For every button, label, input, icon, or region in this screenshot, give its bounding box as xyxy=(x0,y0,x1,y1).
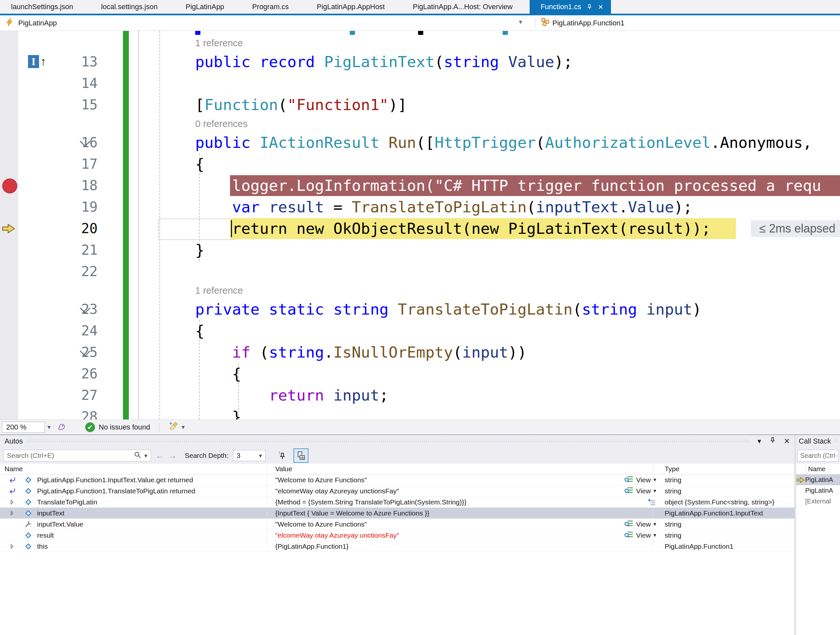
view-label[interactable]: View xyxy=(636,476,651,484)
variable-value[interactable]: "Welcome to Azure Functions" xyxy=(275,520,367,528)
code-line-24[interactable]: 24{ xyxy=(0,320,840,342)
search-icon[interactable] xyxy=(134,451,142,461)
call-stack-frame[interactable]: PigLatinA xyxy=(796,475,840,485)
panel-drag-texture[interactable] xyxy=(27,439,750,443)
call-stack-search-input[interactable]: Search (Ctrl- xyxy=(797,450,839,461)
pin-icon[interactable] xyxy=(769,437,776,446)
autos-row-piglatinapp-function1-translatetopiglatin-returned[interactable]: PigLatinApp.Function1.TranslateToPigLati… xyxy=(0,486,794,497)
autos-row-translatetopiglatin[interactable]: TranslateToPigLatin{Method = {System.Str… xyxy=(0,497,794,508)
pin-values-icon[interactable]: T xyxy=(275,449,289,462)
call-stack-frame[interactable]: PigLatinA xyxy=(796,485,840,496)
tab-pin-icon[interactable] xyxy=(586,3,593,10)
autos-title-bar[interactable]: Autos ▾ ✕ xyxy=(0,435,794,447)
view-dropdown-icon[interactable]: ▾ xyxy=(653,532,656,538)
tab-piglatinapp-a-host-overview[interactable]: PigLatinApp.A...Host: Overview xyxy=(402,0,524,14)
code-line-16[interactable]: 16public IActionResult Run([HttpTrigger(… xyxy=(0,132,840,154)
variable-value[interactable]: "elcomeWay otay Azureyay unctionsFay" xyxy=(275,487,399,495)
zoom-level-input[interactable]: 200 % xyxy=(2,422,45,433)
search-depth-select[interactable]: 3▾ xyxy=(233,450,265,461)
code-line-28[interactable]: 28 } xyxy=(0,406,840,420)
add-to-watch-icon[interactable] xyxy=(648,498,661,506)
column-header-name[interactable]: Name xyxy=(0,465,271,473)
code-line-20[interactable]: 20 return new OkObjectResult(new PigLati… xyxy=(0,218,840,239)
search-next-icon[interactable]: → xyxy=(169,451,177,461)
view-value-link[interactable]: View▾ xyxy=(624,530,661,540)
variable-value[interactable]: {InputText { Value = Welcome to Azure Fu… xyxy=(275,509,429,517)
view-label[interactable]: View xyxy=(636,531,651,539)
window-position-icon[interactable]: ▾ xyxy=(758,437,761,445)
codelens-text[interactable]: 0 references xyxy=(195,116,248,132)
codelens-text[interactable]: 1 reference xyxy=(195,35,243,51)
tab-close-icon[interactable]: × xyxy=(598,3,603,11)
zoom-dropdown-icon[interactable]: ▾ xyxy=(47,423,51,431)
codelens-references[interactable]: 1 reference xyxy=(0,35,840,51)
tab-launchsettings-json[interactable]: launchSettings.json xyxy=(0,0,84,14)
code-editor[interactable]: 1 reference13I↑public record PigLatinTex… xyxy=(0,31,840,420)
view-label[interactable]: View xyxy=(636,520,651,528)
field-icon xyxy=(19,531,37,540)
chevron-down-icon[interactable]: ▾ xyxy=(519,18,522,26)
search-prev-icon[interactable]: ← xyxy=(156,451,164,461)
codelens-references[interactable]: 1 reference xyxy=(0,282,840,299)
code-cleanup-dropdown-icon[interactable]: ▾ xyxy=(182,423,185,431)
code-line-15[interactable]: 15[Function("Function1")] xyxy=(0,94,840,116)
tab-local-settings-json[interactable]: local.settings.json xyxy=(90,0,169,14)
code-text: public record PigLatinText(string Value)… xyxy=(195,51,573,73)
code-line-23[interactable]: 23private static string TranslateToPigLa… xyxy=(0,299,840,320)
view-label[interactable]: View xyxy=(636,487,651,495)
variable-value[interactable]: {Method = {System.String TranslateToPigL… xyxy=(275,498,467,506)
view-value-link[interactable]: View▾ xyxy=(624,486,661,496)
column-header-value[interactable]: Value xyxy=(271,465,661,473)
autos-row-piglatinapp-function1-inputtext-value-get-returned[interactable]: PigLatinApp.Function1.InputText.Value.ge… xyxy=(0,475,794,486)
codelens-text[interactable]: 1 reference xyxy=(195,282,243,299)
tab-program-cs[interactable]: Program.cs xyxy=(241,0,300,14)
text-caret xyxy=(231,220,232,237)
view-value-link[interactable]: View▾ xyxy=(624,475,661,485)
search-options-icon[interactable]: ▾ xyxy=(144,452,147,459)
close-icon[interactable]: ✕ xyxy=(784,437,790,445)
code-text: logger.LogInformation("C# HTTP trigger f… xyxy=(195,175,821,196)
format-values-icon[interactable]: ab xyxy=(294,448,308,463)
suggestion-icon[interactable] xyxy=(57,422,66,433)
autos-row-inputtext-value[interactable]: inputText.Value"Welcome to Azure Functio… xyxy=(0,519,794,530)
code-line-25[interactable]: 25 if (string.IsNullOrEmpty(input)) xyxy=(0,342,840,363)
view-dropdown-icon[interactable]: ▾ xyxy=(653,521,656,527)
variable-value[interactable]: "Welcome to Azure Functions" xyxy=(275,476,367,484)
code-line-26[interactable]: 26 { xyxy=(0,363,840,385)
code-text: } xyxy=(195,239,204,261)
code-line-14[interactable]: 14 xyxy=(0,73,840,94)
tab-piglatinapp-apphost[interactable]: PigLatinApp.AppHost xyxy=(306,0,396,14)
call-stack-frame[interactable]: [External xyxy=(796,496,840,507)
tab-piglatinapp[interactable]: PigLatinApp xyxy=(174,0,235,14)
view-dropdown-icon[interactable]: ▾ xyxy=(653,488,656,494)
code-line-13[interactable]: 13I↑public record PigLatinText(string Va… xyxy=(0,51,840,73)
variable-value[interactable]: "elcomeWay otay Azureyay unctionsFay" xyxy=(275,531,399,539)
view-dropdown-icon[interactable]: ▾ xyxy=(653,477,656,483)
autos-search-input[interactable]: Search (Ctrl+E) ▾ xyxy=(3,450,151,461)
code-cleanup-icon[interactable] xyxy=(169,421,179,433)
codelens-references[interactable]: 0 references xyxy=(0,116,840,132)
code-line-17[interactable]: 17{ xyxy=(0,154,840,175)
autos-row-result[interactable]: result"elcomeWay otay Azureyay unctionsF… xyxy=(0,530,794,541)
column-header-type[interactable]: Type xyxy=(661,465,794,473)
expand-icon[interactable] xyxy=(5,511,19,516)
variable-value[interactable]: {PigLatinApp.Function1} xyxy=(275,543,349,550)
autos-row-this[interactable]: this{PigLatinApp.Function1}PigLatinApp.F… xyxy=(0,541,794,552)
expand-icon[interactable] xyxy=(5,500,19,505)
project-dropdown[interactable]: PigLatinApp xyxy=(5,15,57,31)
expand-icon[interactable] xyxy=(5,544,19,549)
tab-function1-cs[interactable]: Function1.cs× xyxy=(530,0,611,14)
call-stack-title-bar[interactable]: Call Stack xyxy=(796,435,840,447)
code-line-22[interactable]: 22 xyxy=(0,261,840,282)
view-value-link[interactable]: View▾ xyxy=(624,519,661,529)
code-line-27[interactable]: 27 return input; xyxy=(0,385,840,406)
line-number: 13 xyxy=(0,51,98,73)
code-line-21[interactable]: 21} xyxy=(0,239,840,261)
perf-tip[interactable]: ≤ 2ms elapsed xyxy=(751,220,840,237)
breakpoint-icon[interactable] xyxy=(2,179,17,193)
code-line-18[interactable]: 18 logger.LogInformation("C# HTTP trigge… xyxy=(0,175,840,196)
autos-row-inputtext[interactable]: inputText{InputText { Value = Welcome to… xyxy=(0,508,794,519)
symbol-dropdown[interactable]: PigLatinApp.Function1 xyxy=(541,15,624,31)
inheritance-margin-icon[interactable]: I↑ xyxy=(28,55,46,68)
code-line-19[interactable]: 19 var result = TranslateToPigLatin(inpu… xyxy=(0,196,840,218)
